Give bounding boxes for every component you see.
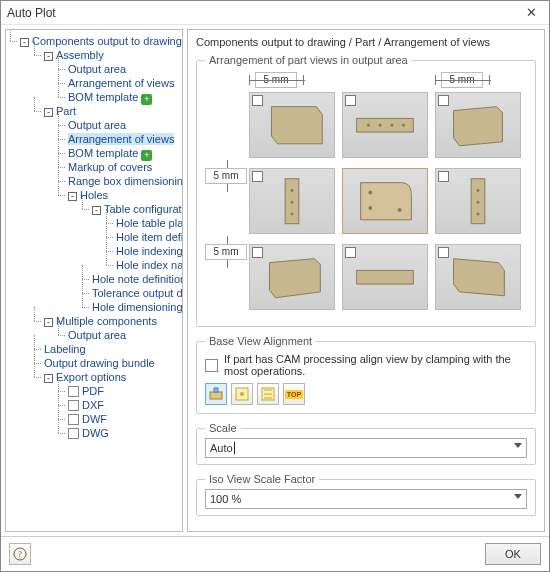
close-icon: ✕	[526, 5, 537, 20]
svg-point-10	[291, 212, 294, 215]
svg-point-4	[390, 124, 393, 127]
tree-node[interactable]: DWG	[82, 427, 109, 439]
tree-node[interactable]: DXF	[82, 399, 104, 411]
svg-point-15	[477, 189, 480, 192]
tree-node[interactable]: Multiple components	[56, 315, 157, 327]
tree-node[interactable]: Output area	[68, 329, 126, 341]
tree-node[interactable]: Hole indexing by side a	[116, 245, 183, 257]
top-badge-icon: TOP	[285, 390, 303, 399]
checkbox-icon[interactable]	[68, 414, 79, 425]
align-icon-row: TOP	[205, 383, 527, 405]
tree-node[interactable]: Components output to drawing	[32, 35, 182, 47]
tree-node[interactable]: Hole index name reser	[116, 259, 183, 271]
view-thumb-bottom-right[interactable]	[435, 244, 521, 310]
tree-node[interactable]: Table configuration	[104, 203, 183, 215]
view-thumb-top-center[interactable]	[342, 92, 428, 158]
settings-tree[interactable]: -Components output to drawing -Assembly …	[8, 34, 180, 440]
cam-align-checkbox[interactable]	[205, 359, 218, 372]
titlebar: Auto Plot ✕	[1, 1, 549, 25]
checkbox-icon[interactable]	[68, 428, 79, 439]
base-view-group: Base View Alignment If part has CAM proc…	[196, 335, 536, 414]
tree-node[interactable]: BOM template	[68, 147, 138, 159]
tree-node[interactable]: DWF	[82, 413, 107, 425]
tree-node[interactable]: Part	[56, 105, 76, 117]
breadcrumb: Components output to drawing / Part / Ar…	[196, 36, 536, 48]
tree-node[interactable]: Output area	[68, 119, 126, 131]
cam-align-label: If part has CAM processing align view by…	[224, 353, 527, 377]
tree-node[interactable]: Holes	[80, 189, 108, 201]
tree-node[interactable]: PDF	[82, 385, 104, 397]
svg-marker-0	[271, 107, 322, 144]
align-option-1[interactable]	[205, 383, 227, 405]
view-thumb-bottom-left[interactable]	[249, 244, 335, 310]
tree-node[interactable]: Hole table placement	[116, 217, 183, 229]
tree-node[interactable]: Labeling	[44, 343, 86, 355]
auto-plot-window: Auto Plot ✕ -Components output to drawin…	[0, 0, 550, 572]
view-thumb-mid-left[interactable]	[249, 168, 335, 234]
help-icon: ?	[13, 547, 27, 561]
view-thumb-top-left[interactable]	[249, 92, 335, 158]
tree-node[interactable]: Output area	[68, 63, 126, 75]
checkbox-icon[interactable]	[68, 400, 79, 411]
svg-point-17	[477, 212, 480, 215]
footer: ? OK	[1, 536, 549, 571]
tree-node[interactable]: Export options	[56, 371, 126, 383]
tree-node[interactable]: Markup of covers	[68, 161, 152, 173]
collapse-icon[interactable]: -	[44, 374, 53, 383]
svg-marker-6	[454, 107, 503, 146]
svg-point-16	[477, 201, 480, 204]
margin-left-upper-field[interactable]: 5 mm	[205, 168, 247, 184]
collapse-icon[interactable]: -	[68, 192, 77, 201]
view-thumb-top-right[interactable]	[435, 92, 521, 158]
close-button[interactable]: ✕	[519, 4, 543, 22]
arrangement-body: 5 mm 5 mm 5 mm 5 mm	[205, 72, 527, 318]
base-view-legend: Base View Alignment	[205, 335, 316, 347]
collapse-icon[interactable]: -	[20, 38, 29, 47]
dialog-body: -Components output to drawing -Assembly …	[1, 25, 549, 536]
chevron-down-icon	[514, 494, 522, 499]
tree-node[interactable]: BOM template	[68, 91, 138, 103]
iso-group: Iso View Scale Factor 100 %	[196, 473, 536, 516]
collapse-icon[interactable]: -	[44, 52, 53, 61]
svg-point-3	[379, 124, 382, 127]
collapse-icon[interactable]: -	[44, 108, 53, 117]
collapse-icon[interactable]: -	[44, 318, 53, 327]
scale-combo[interactable]: Auto	[205, 438, 527, 458]
tree-node[interactable]: Output drawing bundle	[44, 357, 155, 369]
tree-node[interactable]: Hole dimensioning	[92, 301, 183, 313]
align-option-top[interactable]: TOP	[283, 383, 305, 405]
tree-node[interactable]: Arrangement of views	[68, 77, 174, 89]
view-thumb-bottom-center[interactable]	[342, 244, 428, 310]
view-thumb-center[interactable]	[342, 168, 428, 234]
tree-node-selected[interactable]: Arrangement of views	[68, 133, 174, 145]
ok-button[interactable]: OK	[485, 543, 541, 565]
collapse-icon[interactable]: -	[92, 206, 101, 215]
tree-node[interactable]: Assembly	[56, 49, 104, 61]
tree-node[interactable]: Range box dimensioning	[68, 175, 183, 187]
svg-point-5	[402, 124, 405, 127]
arrangement-legend: Arrangement of part views in output area	[205, 54, 412, 66]
margin-left-lower-field[interactable]: 5 mm	[205, 244, 247, 260]
svg-point-13	[398, 208, 402, 212]
checkbox-icon[interactable]	[68, 386, 79, 397]
tree-pane: -Components output to drawing -Assembly …	[5, 29, 183, 532]
view-thumb-mid-right[interactable]	[435, 168, 521, 234]
svg-rect-21	[210, 392, 222, 399]
help-button[interactable]: ?	[9, 543, 31, 565]
align-option-3[interactable]	[257, 383, 279, 405]
svg-rect-19	[357, 270, 414, 284]
iso-combo[interactable]: 100 %	[205, 489, 527, 509]
window-title: Auto Plot	[7, 6, 519, 20]
scale-group: Scale Auto	[196, 422, 536, 465]
arrangement-group: Arrangement of part views in output area…	[196, 54, 536, 327]
svg-marker-20	[454, 259, 505, 296]
tree-node[interactable]: Tolerance output definitio	[92, 287, 183, 299]
svg-point-12	[368, 206, 372, 210]
svg-text:?: ?	[18, 549, 22, 559]
svg-point-8	[291, 189, 294, 192]
tree-node[interactable]: Hole note definition	[92, 273, 183, 285]
tree-node[interactable]: Hole item definition	[116, 231, 183, 243]
svg-rect-22	[214, 388, 218, 392]
align-option-2[interactable]	[231, 383, 253, 405]
scale-legend: Scale	[205, 422, 241, 434]
